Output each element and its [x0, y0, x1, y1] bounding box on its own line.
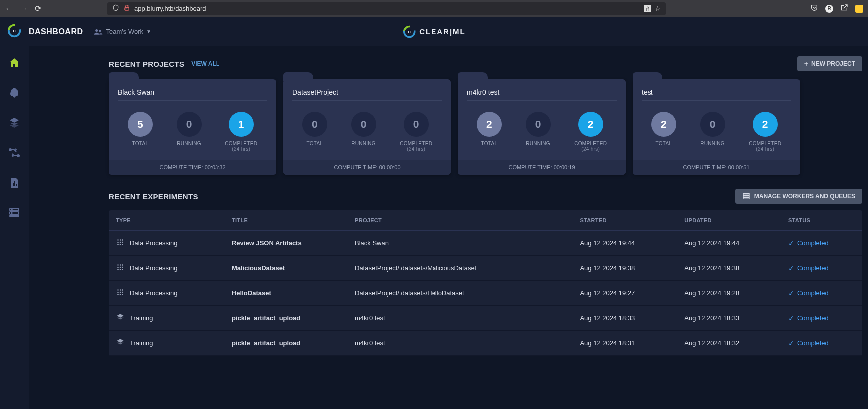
manage-workers-label: MANAGE WORKERS AND QUEUES — [754, 193, 855, 200]
svg-rect-15 — [14, 181, 15, 186]
url-bar[interactable]: app.blurry.htb/dashboard 🅰 ☆ — [107, 2, 666, 15]
training-icon — [116, 338, 125, 348]
new-project-button[interactable]: + NEW PROJECT — [797, 56, 862, 71]
workspace-switcher[interactable]: Team's Work ▼ — [93, 28, 151, 35]
col-started[interactable]: STARTED — [575, 210, 679, 231]
extension-bee-icon[interactable] — [855, 5, 863, 13]
project-name: Black Swan — [118, 88, 267, 101]
svg-point-44 — [120, 290, 121, 291]
experiment-updated: Aug 12 2024 19:28 — [679, 281, 783, 306]
view-all-projects-link[interactable]: VIEW ALL — [191, 60, 219, 67]
experiment-type: Data Processing — [130, 264, 177, 272]
experiment-status: Completed — [797, 264, 829, 272]
app-topbar: C DASHBOARD Team's Work ▼ C CLEAR|ML — [0, 17, 868, 46]
experiment-project: DatasetProject/.datasets/HelloDataset — [350, 281, 575, 306]
svg-point-40 — [118, 269, 119, 270]
project-card[interactable]: test 2 TOTAL 0 RUNNING 2 COMPLETED(24 hr… — [633, 79, 800, 175]
svg-point-20 — [11, 209, 12, 210]
check-icon: ✓ — [788, 239, 794, 247]
col-type[interactable]: TYPE — [109, 210, 227, 231]
svg-rect-14 — [13, 183, 14, 186]
browser-chrome: ← → ⟳ app.blurry.htb/dashboard 🅰 ☆ R — [0, 0, 868, 17]
project-running-label: RUNNING — [177, 141, 201, 146]
svg-point-12 — [9, 149, 11, 151]
plus-icon: + — [804, 60, 808, 68]
table-row[interactable]: Data Processing HelloDataset DatasetProj… — [109, 281, 862, 306]
svg-point-21 — [11, 213, 12, 214]
data-processing-icon — [116, 238, 125, 248]
project-running-label: RUNNING — [351, 141, 376, 146]
team-icon — [93, 28, 103, 35]
chevron-down-icon: ▼ — [146, 29, 151, 34]
svg-point-43 — [118, 290, 119, 291]
brand-logo[interactable]: C CLEAR|ML — [402, 25, 466, 39]
sidebar-item-models[interactable] — [8, 86, 21, 99]
sidebar-item-datasets[interactable] — [8, 116, 21, 129]
experiment-project: DatasetProject/.datasets/MaliciousDatase… — [350, 256, 575, 281]
table-row[interactable]: Training pickle_artifact_upload m4kr0 te… — [109, 306, 862, 331]
experiment-started: Aug 12 2024 19:44 — [575, 231, 679, 256]
experiment-title: MaliciousDataset — [227, 256, 350, 281]
svg-rect-24 — [743, 198, 749, 199]
sidebar-item-reports[interactable] — [8, 176, 21, 189]
pocket-icon[interactable] — [810, 4, 818, 13]
col-title[interactable]: TITLE — [227, 210, 350, 231]
manage-workers-button[interactable]: MANAGE WORKERS AND QUEUES — [735, 189, 862, 204]
svg-point-30 — [122, 242, 123, 243]
experiment-title: pickle_artifact_upload — [227, 331, 350, 356]
svg-point-28 — [118, 242, 119, 243]
svg-point-27 — [122, 240, 123, 241]
col-status[interactable]: STATUS — [783, 210, 862, 231]
col-updated[interactable]: UPDATED — [679, 210, 783, 231]
svg-rect-16 — [16, 184, 17, 186]
forward-button[interactable]: → — [20, 4, 28, 13]
sidebar-item-workers[interactable] — [8, 206, 21, 219]
col-project[interactable]: PROJECT — [350, 210, 575, 231]
extensions-icon[interactable] — [840, 4, 848, 13]
svg-point-32 — [120, 244, 121, 245]
project-total-count: 5 — [128, 112, 153, 137]
experiment-status: Completed — [797, 289, 829, 297]
project-total-count: 2 — [477, 112, 502, 137]
svg-point-33 — [122, 244, 123, 245]
project-card[interactable]: DatasetProject 0 TOTAL 0 RUNNING 0 COMPL… — [283, 79, 451, 175]
data-processing-icon — [116, 288, 125, 298]
project-compute-time: COMPUTE TIME: 00:03:32 — [109, 160, 276, 175]
new-project-label: NEW PROJECT — [811, 60, 855, 67]
table-row[interactable]: Data Processing MaliciousDataset Dataset… — [109, 256, 862, 281]
back-button[interactable]: ← — [5, 4, 13, 13]
experiment-title: pickle_artifact_upload — [227, 306, 350, 331]
svg-point-7 — [99, 30, 101, 32]
bookmark-icon[interactable]: ☆ — [655, 5, 661, 12]
sidebar-item-home[interactable] — [8, 56, 21, 69]
experiment-started: Aug 12 2024 19:38 — [575, 256, 679, 281]
svg-rect-23 — [743, 196, 749, 197]
table-row[interactable]: Training pickle_artifact_upload m4kr0 te… — [109, 331, 862, 356]
experiments-table: TYPE TITLE PROJECT STARTED UPDATED STATU… — [109, 210, 862, 356]
reload-button[interactable]: ⟳ — [35, 4, 41, 13]
experiment-updated: Aug 12 2024 18:33 — [679, 306, 783, 331]
project-card[interactable]: m4kr0 test 2 TOTAL 0 RUNNING 2 COMPLETED… — [458, 79, 626, 175]
experiment-status: Completed — [797, 314, 829, 322]
project-completed-label: COMPLETED(24 hrs) — [574, 141, 607, 152]
svg-point-48 — [122, 292, 123, 293]
account-icon[interactable]: R — [825, 5, 833, 13]
table-row[interactable]: Data Processing Review JSON Artifacts Bl… — [109, 231, 862, 256]
clearml-logo-icon[interactable]: C — [7, 23, 22, 40]
project-compute-time: COMPUTE TIME: 00:00:51 — [633, 160, 800, 175]
experiment-project: m4kr0 test — [350, 306, 575, 331]
experiment-updated: Aug 12 2024 19:38 — [679, 256, 783, 281]
svg-rect-22 — [743, 194, 749, 195]
sidebar-item-pipelines[interactable] — [8, 146, 21, 159]
project-total-label: TOTAL — [306, 141, 323, 146]
svg-point-42 — [122, 269, 123, 270]
experiment-type: Data Processing — [130, 289, 177, 297]
lock-warning-icon — [123, 4, 130, 13]
project-total-count: 2 — [651, 112, 676, 137]
svg-point-49 — [118, 294, 119, 295]
translate-icon[interactable]: 🅰 — [644, 5, 651, 13]
training-icon — [116, 313, 125, 323]
project-running-count: 0 — [351, 112, 376, 137]
project-card[interactable]: Black Swan 5 TOTAL 0 RUNNING 1 COMPLETED… — [109, 79, 276, 175]
experiment-title: HelloDataset — [227, 281, 350, 306]
